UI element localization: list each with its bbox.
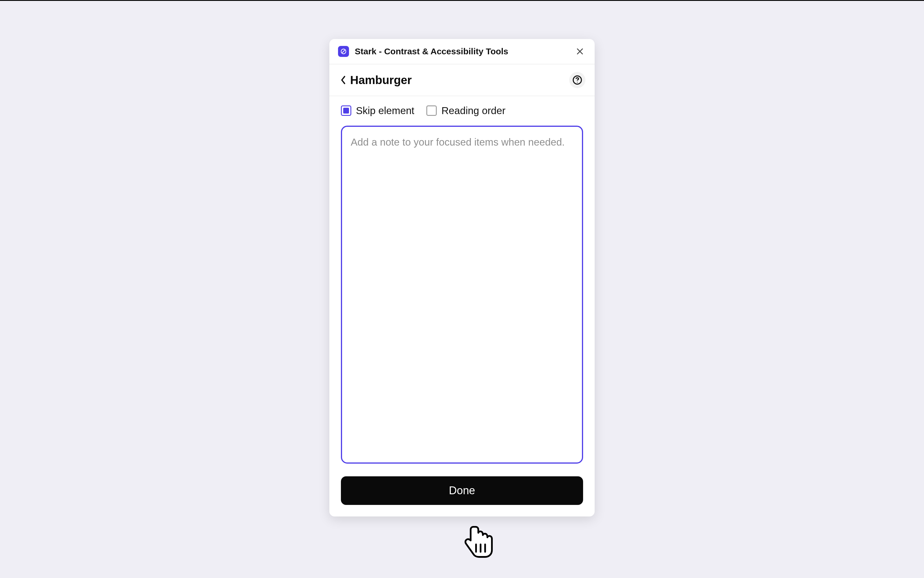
titlebar: Stark - Contrast & Accessibility Tools: [329, 39, 595, 65]
close-icon: [576, 47, 584, 56]
titlebar-title: Stark - Contrast & Accessibility Tools: [355, 47, 574, 56]
svg-point-5: [577, 82, 578, 83]
svg-line-1: [342, 50, 345, 53]
panel-title: Hamburger: [350, 74, 569, 87]
skip-element-checkbox[interactable]: Skip element: [341, 105, 414, 117]
question-icon: [573, 75, 582, 85]
checkbox-row: Skip element Reading order: [341, 105, 583, 117]
panel-header: Hamburger: [329, 65, 595, 96]
stark-app-icon: [338, 46, 349, 57]
help-button[interactable]: [569, 72, 586, 88]
chevron-left-icon: [340, 75, 347, 85]
checkbox-box-icon: [341, 106, 351, 116]
checkbox-box-icon: [426, 106, 437, 116]
note-textarea[interactable]: [341, 126, 583, 464]
stark-plugin-window: Stark - Contrast & Accessibility Tools H…: [329, 39, 595, 516]
checkbox-label: Reading order: [441, 105, 505, 117]
back-button[interactable]: [338, 74, 348, 86]
cursor-pointer-icon: [463, 524, 494, 559]
reading-order-checkbox[interactable]: Reading order: [426, 105, 505, 117]
close-button[interactable]: [574, 45, 586, 57]
checkbox-label: Skip element: [356, 105, 414, 117]
done-button[interactable]: Done: [341, 476, 583, 505]
panel-body: Skip element Reading order Done: [329, 96, 595, 516]
